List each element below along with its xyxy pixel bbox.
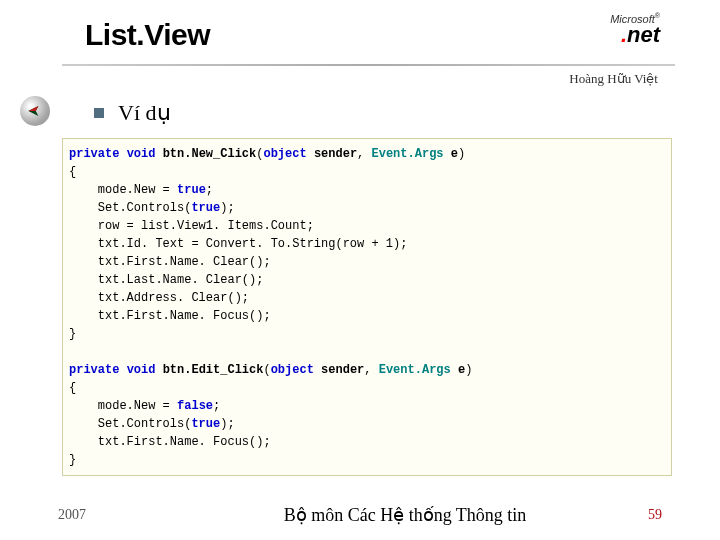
code-block: private void btn.New_Click(object sender… (62, 138, 672, 476)
bullet-icon (94, 108, 104, 118)
section-heading: Ví dụ (118, 100, 171, 126)
slide: List.View Microsoft® .net Hoàng Hữu Việt… (0, 0, 720, 540)
footer-department: Bộ môn Các Hệ thống Thông tin (198, 504, 612, 526)
section-header: Ví dụ (94, 100, 171, 126)
author-name: Hoàng Hữu Việt (569, 71, 658, 87)
arrow-logo-icon (20, 96, 50, 126)
divider-line (62, 64, 675, 66)
dotnet-logo: Microsoft® .net (610, 12, 660, 44)
product-text: .net (610, 25, 660, 45)
footer: 2007 Bộ môn Các Hệ thống Thông tin 59 (0, 504, 720, 526)
footer-year: 2007 (58, 507, 198, 523)
footer-page-number: 59 (612, 507, 662, 523)
